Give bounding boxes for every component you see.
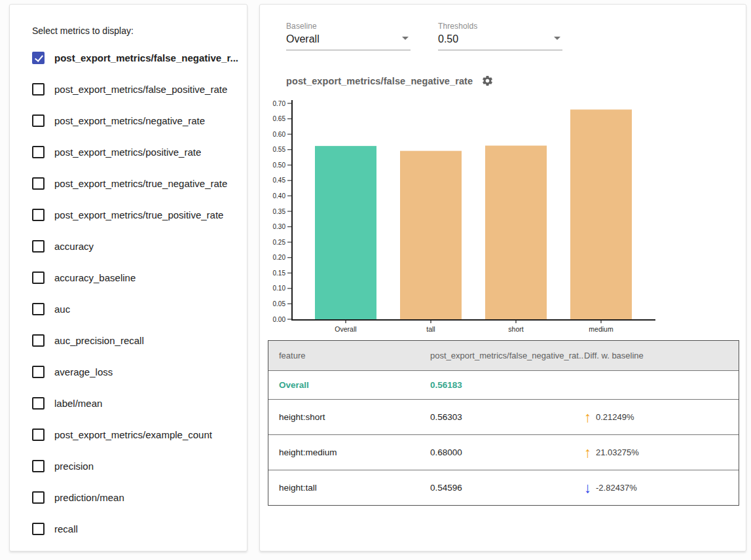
checkbox-unchecked-icon[interactable] — [32, 460, 45, 472]
bar-Overall[interactable] — [315, 146, 376, 319]
checkbox-unchecked-icon[interactable] — [32, 83, 45, 96]
y-axis-tick-label: 0.50 — [273, 162, 286, 169]
baseline-value[interactable]: Overall — [286, 31, 411, 50]
feature-cell: height:tall — [268, 483, 430, 493]
bar-chart: 0.000.050.100.150.200.250.300.350.400.45… — [260, 96, 747, 340]
y-axis-tick-label: 0.40 — [273, 192, 286, 200]
baseline-label: Baseline — [286, 22, 411, 31]
bar-medium[interactable] — [570, 109, 632, 319]
bar-short[interactable] — [485, 146, 547, 319]
metric-checkbox-item-0[interactable]: post_export_metrics/false_negative_r... — [32, 42, 242, 73]
metric-label: prediction/mean — [54, 492, 124, 503]
checkbox-unchecked-icon[interactable] — [32, 523, 45, 535]
table-row-Overall[interactable]: Overall0.56183 — [268, 370, 739, 399]
chevron-down-icon[interactable] — [402, 37, 409, 40]
checkbox-unchecked-icon[interactable] — [32, 240, 45, 253]
metric-label: average_loss — [54, 366, 113, 377]
metric-value-cell: 0.56183 — [430, 380, 584, 390]
metric-value-cell: 0.56303 — [430, 412, 584, 422]
table-header-3: Diff. w. baseline — [584, 351, 739, 360]
y-axis-tick-label: 0.60 — [273, 131, 286, 138]
metric-checkbox-item-8[interactable]: auc — [32, 293, 242, 324]
metric-checkbox-item-14[interactable]: prediction/mean — [32, 481, 242, 513]
metric-checkbox-item-11[interactable]: label/mean — [32, 387, 242, 419]
y-axis-tick-label: 0.15 — [273, 270, 286, 277]
checkmark-icon — [35, 53, 43, 62]
diff-value: 0.21249% — [596, 412, 634, 422]
feature-cell: height:short — [268, 412, 430, 422]
metric-checkbox-item-4[interactable]: post_export_metrics/true_negative_rate — [32, 167, 242, 199]
metric-label: precision — [54, 461, 94, 472]
arrow-up-icon: ↑ — [584, 410, 591, 425]
checkbox-unchecked-icon[interactable] — [32, 177, 45, 190]
thresholds-selected-option: 0.50 — [438, 33, 458, 44]
metric-label: post_export_metrics/positive_rate — [54, 147, 201, 158]
metric-label: label/mean — [54, 398, 102, 409]
metric-checkbox-item-2[interactable]: post_export_metrics/negative_rate — [32, 105, 242, 136]
diff-value: -2.82437% — [596, 483, 637, 493]
diff-cell: ↑21.03275% — [584, 446, 739, 460]
table-row-height:short[interactable]: height:short0.56303↑0.21249% — [268, 399, 739, 434]
diff-cell: ↓-2.82437% — [584, 481, 739, 495]
chart-header: post_export_metrics/false_negative_rate — [286, 75, 494, 87]
metric-label: post_export_metrics/false_negative_r... — [54, 52, 238, 63]
checkbox-unchecked-icon[interactable] — [32, 397, 45, 410]
table-row-height:medium[interactable]: height:medium0.68000↑21.03275% — [268, 434, 739, 470]
checkbox-unchecked-icon[interactable] — [32, 334, 45, 347]
metric-value-cell: 0.68000 — [430, 447, 584, 457]
metric-checkbox-item-13[interactable]: precision — [32, 450, 242, 481]
checkbox-unchecked-icon[interactable] — [32, 271, 45, 284]
metric-label: auc — [54, 304, 70, 315]
checkbox-checked-icon[interactable] — [32, 52, 45, 64]
checkbox-unchecked-icon[interactable] — [32, 366, 45, 378]
sidebar-title: Select metrics to display: — [32, 26, 134, 36]
y-axis-tick-label: 0.35 — [273, 208, 286, 215]
x-axis-category-label: short — [508, 325, 523, 333]
baseline-selected-option: Overall — [286, 33, 320, 44]
bar-tall[interactable] — [400, 151, 462, 319]
chart-title: post_export_metrics/false_negative_rate — [286, 76, 473, 86]
table-header-2: post_export_metrics/false_negative_rat..… — [430, 351, 584, 360]
table-row-height:tall[interactable]: height:tall0.54596↓-2.82437% — [268, 470, 739, 505]
x-axis-category-label: Overall — [335, 325, 356, 333]
metrics-display-panel: Baseline Overall Thresholds 0.50 post_ex… — [259, 4, 746, 551]
metric-checkbox-item-6[interactable]: accuracy — [32, 230, 242, 262]
metric-checkbox-item-12[interactable]: post_export_metrics/example_count — [32, 419, 242, 450]
y-axis-tick-label: 0.45 — [273, 177, 286, 184]
thresholds-dropdown[interactable]: Thresholds 0.50 — [438, 22, 562, 50]
y-axis-tick-label: 0.65 — [273, 115, 286, 122]
metric-value-cell: 0.54596 — [430, 483, 584, 493]
metric-label: accuracy_baseline — [54, 272, 136, 283]
metric-checkbox-item-1[interactable]: post_export_metrics/false_positive_rate — [32, 73, 242, 105]
chevron-down-icon[interactable] — [554, 37, 560, 40]
metric-checkbox-item-7[interactable]: accuracy_baseline — [32, 262, 242, 293]
metric-list: post_export_metrics/false_negative_r...p… — [32, 42, 242, 544]
metric-label: post_export_metrics/negative_rate — [54, 115, 205, 126]
baseline-dropdown[interactable]: Baseline Overall — [286, 22, 411, 50]
checkbox-unchecked-icon[interactable] — [32, 429, 45, 441]
feature-cell: height:medium — [268, 447, 430, 457]
y-axis-tick-label: 0.30 — [273, 223, 286, 230]
y-axis-tick-label: 0.20 — [273, 254, 286, 261]
metric-label: post_export_metrics/example_count — [54, 429, 212, 440]
checkbox-unchecked-icon[interactable] — [32, 146, 45, 158]
metric-label: post_export_metrics/true_positive_rate — [54, 209, 223, 220]
y-axis-tick-label: 0.05 — [273, 300, 286, 307]
checkbox-unchecked-icon[interactable] — [32, 209, 45, 221]
gear-icon[interactable] — [481, 75, 494, 87]
metric-checkbox-item-10[interactable]: average_loss — [32, 356, 242, 387]
metric-selector-panel: Select metrics to display: post_export_m… — [9, 4, 247, 551]
metric-checkbox-item-15[interactable]: recall — [32, 513, 242, 544]
checkbox-unchecked-icon[interactable] — [32, 303, 45, 315]
metric-checkbox-item-5[interactable]: post_export_metrics/true_positive_rate — [32, 199, 242, 230]
table-header-row: featurepost_export_metrics/false_negativ… — [268, 341, 739, 370]
checkbox-unchecked-icon[interactable] — [32, 114, 45, 127]
metric-label: auc_precision_recall — [54, 335, 144, 346]
y-axis-tick-label: 0.70 — [273, 100, 286, 107]
feature-cell: Overall — [268, 380, 430, 390]
metric-checkbox-item-9[interactable]: auc_precision_recall — [32, 324, 242, 356]
thresholds-value[interactable]: 0.50 — [438, 31, 562, 50]
y-axis-tick-label: 0.25 — [273, 239, 286, 246]
metric-checkbox-item-3[interactable]: post_export_metrics/positive_rate — [32, 136, 242, 167]
checkbox-unchecked-icon[interactable] — [32, 491, 45, 504]
